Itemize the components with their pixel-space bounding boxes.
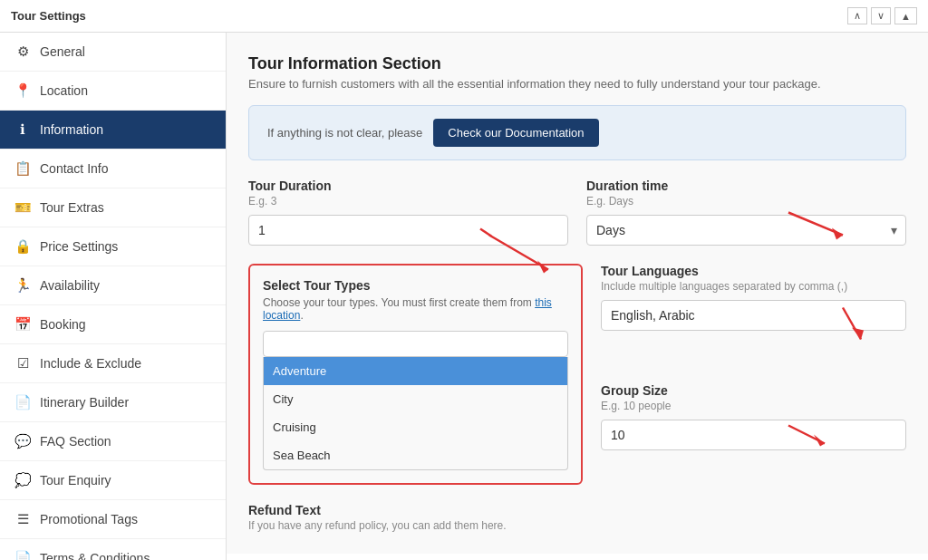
tour-duration-hint: E.g. 3 xyxy=(248,195,568,208)
refund-title: Refund Text xyxy=(248,503,906,517)
sidebar-item-label-promotional-tags: Promotional Tags xyxy=(40,512,138,526)
content-wrapper: Tour Information Section Ensure to furni… xyxy=(227,33,928,560)
sidebar-item-label-information: Information xyxy=(40,122,103,137)
maximize-button[interactable]: ▲ xyxy=(894,7,917,24)
check-documentation-button[interactable]: Check our Documentation xyxy=(433,119,598,147)
promotional-tags-icon: ☰ xyxy=(14,511,31,527)
doc-banner-text: If anything is not clear, please xyxy=(267,126,422,140)
location-icon: 📍 xyxy=(14,82,31,99)
duration-row: Tour Duration E.g. 3 Duration time E.g. … xyxy=(248,179,906,246)
main-content: Tour Information Section Ensure to furni… xyxy=(227,33,928,554)
sidebar-item-location[interactable]: 📍 Location xyxy=(0,72,226,111)
duration-time-select-wrapper: Days Hours Weeks xyxy=(586,215,906,246)
tour-duration-label: Tour Duration xyxy=(248,179,568,193)
duration-time-group: Duration time E.g. Days Days Hours Weeks xyxy=(586,179,906,246)
tour-enquiry-icon: 💭 xyxy=(14,472,31,488)
sidebar-item-label-faq-section: FAQ Section xyxy=(40,434,111,449)
tour-types-desc: Choose your tour types. You must first c… xyxy=(263,296,568,322)
languages-label: Tour Languages xyxy=(601,264,906,278)
sidebar-item-price-settings[interactable]: 🔒 Price Settings xyxy=(0,227,226,266)
tour-type-item-cruising[interactable]: Cruising xyxy=(264,413,567,441)
information-icon: ℹ xyxy=(14,121,31,138)
group-size-group: Group Size E.g. 10 people xyxy=(601,383,906,485)
sidebar-item-promotional-tags[interactable]: ☰ Promotional Tags xyxy=(0,500,226,539)
section-title: Tour Information Section xyxy=(248,54,906,73)
section-desc: Ensure to furnish customers with all the… xyxy=(248,77,906,91)
group-size-hint: E.g. 10 people xyxy=(601,400,906,412)
tour-types-box: Select Tour Types Choose your tour types… xyxy=(248,264,583,485)
sidebar-item-tour-enquiry[interactable]: 💭 Tour Enquiry xyxy=(0,461,226,500)
group-size-label: Group Size xyxy=(601,383,906,398)
tour-types-list: Adventure City Cruising Sea Beach xyxy=(263,357,568,470)
availability-icon: 🏃 xyxy=(14,277,31,294)
sidebar-item-information[interactable]: ℹ Information xyxy=(0,111,226,150)
refund-section: Refund Text If you have any refund polic… xyxy=(248,503,906,532)
general-icon: ⚙ xyxy=(14,43,31,60)
window-controls: ∧ ∨ ▲ xyxy=(847,7,917,24)
tour-type-item-adventure[interactable]: Adventure xyxy=(264,357,567,385)
sidebar-item-booking[interactable]: 📅 Booking xyxy=(0,305,226,344)
tour-type-item-sea-beach[interactable]: Sea Beach xyxy=(264,441,567,469)
sidebar-item-general[interactable]: ⚙ General xyxy=(0,33,226,72)
sidebar-item-label-booking: Booking xyxy=(40,317,86,332)
tour-types-search-input[interactable] xyxy=(263,331,568,357)
sidebar-item-label-availability: Availability xyxy=(40,278,100,293)
languages-hint: Include multiple languages separated by … xyxy=(601,280,906,293)
sidebar-item-include-exclude[interactable]: ☑ Include & Exclude xyxy=(0,344,226,383)
tour-types-title: Select Tour Types xyxy=(263,278,568,293)
sidebar-item-availability[interactable]: 🏃 Availability xyxy=(0,266,226,305)
right-column: Tour Languages Include multiple language… xyxy=(601,264,906,485)
duration-time-select[interactable]: Days Hours Weeks xyxy=(586,215,906,246)
tour-duration-input[interactable] xyxy=(248,215,568,246)
sidebar-item-contact-info[interactable]: 📋 Contact Info xyxy=(0,150,226,188)
price-settings-icon: 🔒 xyxy=(14,238,31,255)
sidebar-item-tour-extras[interactable]: 🎫 Tour Extras xyxy=(0,188,226,227)
sidebar-item-label-tour-enquiry: Tour Enquiry xyxy=(40,473,111,488)
sidebar-item-terms-conditions[interactable]: 📄 Terms & Conditions xyxy=(0,539,226,560)
tour-type-item-city[interactable]: City xyxy=(264,385,567,413)
include-exclude-icon: ☑ xyxy=(14,355,31,372)
tour-duration-group: Tour Duration E.g. 3 xyxy=(248,179,568,246)
tour-extras-icon: 🎫 xyxy=(14,199,31,216)
sidebar-item-faq-section[interactable]: 💬 FAQ Section xyxy=(0,422,226,461)
duration-time-label: Duration time xyxy=(586,179,906,193)
restore-button[interactable]: ∨ xyxy=(871,7,891,24)
refund-desc: If you have any refund policy, you can a… xyxy=(248,519,906,532)
group-size-input[interactable] xyxy=(601,420,906,450)
faq-section-icon: 💬 xyxy=(14,433,31,449)
itinerary-builder-icon: 📄 xyxy=(14,394,31,410)
duration-time-hint: E.g. Days xyxy=(586,195,906,208)
sidebar-item-label-include-exclude: Include & Exclude xyxy=(40,356,141,371)
terms-conditions-icon: 📄 xyxy=(14,550,31,560)
sidebar-item-label-contact-info: Contact Info xyxy=(40,161,109,176)
sidebar: ⚙ General 📍 Location ℹ Information 📋 Con… xyxy=(0,33,227,560)
languages-input[interactable] xyxy=(601,300,906,331)
contact-info-icon: 📋 xyxy=(14,160,31,177)
sidebar-item-label-location: Location xyxy=(40,83,88,98)
app-title: Tour Settings xyxy=(11,9,86,23)
languages-group: Tour Languages Include multiple language… xyxy=(601,264,906,365)
sidebar-item-label-itinerary-builder: Itinerary Builder xyxy=(40,395,129,410)
sidebar-item-itinerary-builder[interactable]: 📄 Itinerary Builder xyxy=(0,383,226,422)
booking-icon: 📅 xyxy=(14,316,31,333)
sidebar-item-label-price-settings: Price Settings xyxy=(40,239,118,254)
minimize-button[interactable]: ∧ xyxy=(847,7,867,24)
sidebar-item-label-general: General xyxy=(40,44,85,59)
doc-banner: If anything is not clear, please Check o… xyxy=(248,105,906,160)
sidebar-item-label-terms-conditions: Terms & Conditions xyxy=(40,551,150,560)
sidebar-item-label-tour-extras: Tour Extras xyxy=(40,200,104,215)
types-languages-row: Select Tour Types Choose your tour types… xyxy=(248,264,906,485)
